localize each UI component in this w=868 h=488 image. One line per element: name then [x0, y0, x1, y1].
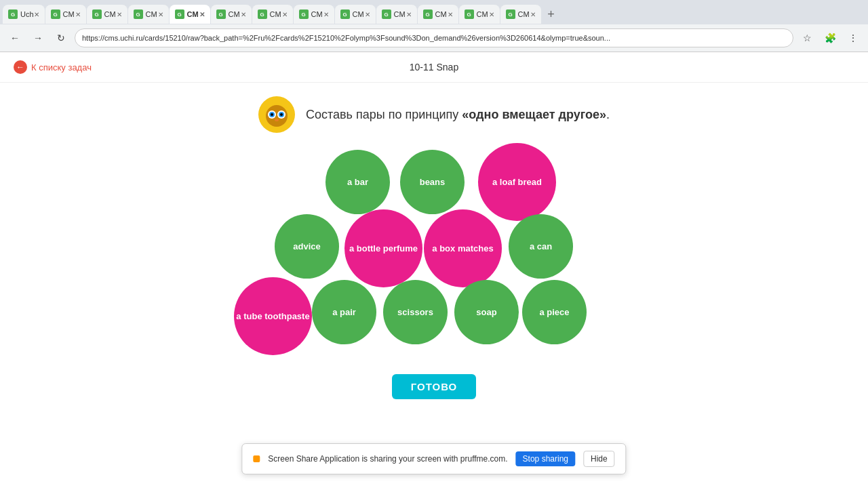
- tab-cm2[interactable]: G CM ✕: [87, 5, 127, 24]
- tab-cm11[interactable]: G CM ✕: [459, 5, 500, 24]
- bubble-loaf-bread[interactable]: a loaf bread: [478, 143, 556, 221]
- tab-close-3[interactable]: ✕: [158, 11, 163, 18]
- screen-share-message: Screen Share Application is sharing your…: [268, 454, 507, 464]
- tab-cm3[interactable]: G CM ✕: [128, 5, 169, 24]
- tab-favicon: G: [382, 9, 391, 19]
- screen-share-bar: Screen Share Application is sharing your…: [241, 443, 626, 474]
- bubbles-container: a bar beans a loaf bread advice a bottle…: [237, 146, 631, 363]
- tab-bar: G Uch ✕ G CM ✕ G CM ✕ G CM ✕ G CM ✕ G CM…: [0, 0, 868, 24]
- tab-label: Uch: [20, 10, 34, 18]
- back-link[interactable]: ← К списку задач: [14, 60, 92, 74]
- svg-point-9: [280, 113, 283, 116]
- tab-cm-active[interactable]: G CM ✕: [170, 5, 210, 24]
- bubble-tube-toothpaste[interactable]: a tube toothpaste: [234, 277, 312, 355]
- tab-label: CM: [104, 10, 116, 18]
- bubble-box-matches[interactable]: a box matches: [424, 209, 502, 287]
- instruction-row: Составь пары по принципу «одно вмещает д…: [258, 96, 610, 133]
- owl-icon: [262, 100, 292, 129]
- ready-button[interactable]: ГОТОВО: [392, 374, 477, 399]
- tab-label: CM: [229, 10, 240, 18]
- tab-favicon: G: [340, 9, 350, 19]
- tab-label: CM: [477, 10, 488, 18]
- instruction-bold: «одно вмещает другое»: [462, 108, 606, 121]
- tab-favicon: G: [423, 9, 433, 19]
- bubble-bottle-perfume[interactable]: a bottle perfume: [344, 209, 422, 287]
- bubble-can[interactable]: a can: [509, 214, 573, 279]
- tab-close-11[interactable]: ✕: [489, 11, 494, 18]
- tab-favicon: G: [506, 9, 515, 19]
- bubble-advice[interactable]: advice: [275, 214, 339, 279]
- svg-point-10: [275, 119, 279, 121]
- stop-sharing-button[interactable]: Stop sharing: [516, 451, 575, 466]
- tab-favicon: G: [92, 9, 102, 19]
- page-content: ← К списку задач 10-11 Snap: [0, 52, 868, 413]
- instruction-before: Составь пары по принципу: [306, 108, 462, 121]
- instruction-after: .: [606, 108, 610, 121]
- back-arrow-icon: ←: [14, 60, 27, 74]
- tab-uch[interactable]: G Uch ✕: [3, 5, 45, 24]
- tab-close-7[interactable]: ✕: [323, 11, 329, 18]
- tab-close-5[interactable]: ✕: [241, 11, 246, 18]
- tab-close-6[interactable]: ✕: [282, 11, 288, 18]
- tab-close-1[interactable]: ✕: [75, 11, 81, 18]
- bubble-bar[interactable]: a bar: [326, 150, 390, 214]
- address-bar[interactable]: https://cms.uchi.ru/cards/15210/raw?back…: [75, 28, 793, 47]
- tab-favicon: G: [134, 9, 143, 19]
- tab-favicon: G: [175, 9, 184, 19]
- menu-button[interactable]: ⋮: [844, 28, 863, 47]
- tab-label: CM: [435, 10, 447, 18]
- page-header: ← К списку задач 10-11 Snap: [0, 52, 868, 83]
- tab-favicon: G: [216, 9, 226, 19]
- instruction-text: Составь пары по принципу «одно вмещает д…: [306, 108, 610, 122]
- tab-favicon: G: [8, 9, 18, 19]
- nav-bar: ← → ↻ https://cms.uchi.ru/cards/15210/ra…: [0, 24, 868, 52]
- tab-label: CM: [311, 10, 323, 18]
- bubble-beans[interactable]: beans: [400, 150, 465, 214]
- tab-cm10[interactable]: G CM ✕: [418, 5, 458, 24]
- tab-cm9[interactable]: G CM ✕: [376, 5, 417, 24]
- svg-point-8: [271, 113, 273, 116]
- tab-favicon: G: [299, 9, 309, 19]
- forward-button[interactable]: →: [28, 28, 47, 47]
- bubble-soap[interactable]: soap: [454, 280, 519, 344]
- share-indicator-icon: [253, 455, 260, 462]
- tab-label: CM: [394, 10, 406, 18]
- tab-close-8[interactable]: ✕: [365, 11, 370, 18]
- back-label: К списку задач: [31, 62, 92, 73]
- tab-cm7[interactable]: G CM ✕: [294, 5, 334, 24]
- tab-label: CM: [187, 10, 199, 18]
- bubble-piece[interactable]: a piece: [522, 280, 587, 344]
- tab-close-10[interactable]: ✕: [448, 11, 453, 18]
- page-title: 10-11 Snap: [410, 62, 458, 73]
- tab-close-uch[interactable]: ✕: [34, 11, 39, 18]
- bubble-pair[interactable]: a pair: [312, 280, 376, 344]
- tab-favicon: G: [465, 9, 474, 19]
- tab-cm6[interactable]: G CM ✕: [252, 5, 293, 24]
- refresh-button[interactable]: ↻: [52, 28, 71, 47]
- tab-cm8[interactable]: G CM ✕: [335, 5, 376, 24]
- owl-avatar: [258, 96, 295, 133]
- main-area: Составь пары по принципу «одно вмещает д…: [0, 83, 868, 413]
- tab-close-9[interactable]: ✕: [406, 11, 412, 18]
- tab-cm1[interactable]: G CM ✕: [45, 5, 86, 24]
- tab-close-12[interactable]: ✕: [530, 11, 536, 18]
- bookmark-button[interactable]: ☆: [797, 28, 816, 47]
- bubble-scissors[interactable]: scissors: [383, 280, 448, 344]
- new-tab-button[interactable]: +: [542, 5, 561, 24]
- browser-chrome: G Uch ✕ G CM ✕ G CM ✕ G CM ✕ G CM ✕ G CM…: [0, 0, 868, 52]
- tab-cm12[interactable]: G CM ✕: [500, 5, 541, 24]
- tab-label: CM: [146, 10, 157, 18]
- tab-close-active[interactable]: ✕: [199, 11, 205, 18]
- tab-label: CM: [63, 10, 75, 18]
- tab-favicon: G: [51, 9, 60, 19]
- extensions-button[interactable]: 🧩: [821, 28, 840, 47]
- url-text: https://cms.uchi.ru/cards/15210/raw?back…: [82, 34, 786, 42]
- tab-close-2[interactable]: ✕: [117, 11, 122, 18]
- tab-cm5[interactable]: G CM ✕: [211, 5, 252, 24]
- back-button[interactable]: ←: [5, 28, 24, 47]
- tab-label: CM: [353, 10, 364, 18]
- tab-label: CM: [518, 10, 530, 18]
- tab-favicon: G: [258, 9, 267, 19]
- hide-button[interactable]: Hide: [583, 451, 615, 467]
- tab-label: CM: [270, 10, 281, 18]
